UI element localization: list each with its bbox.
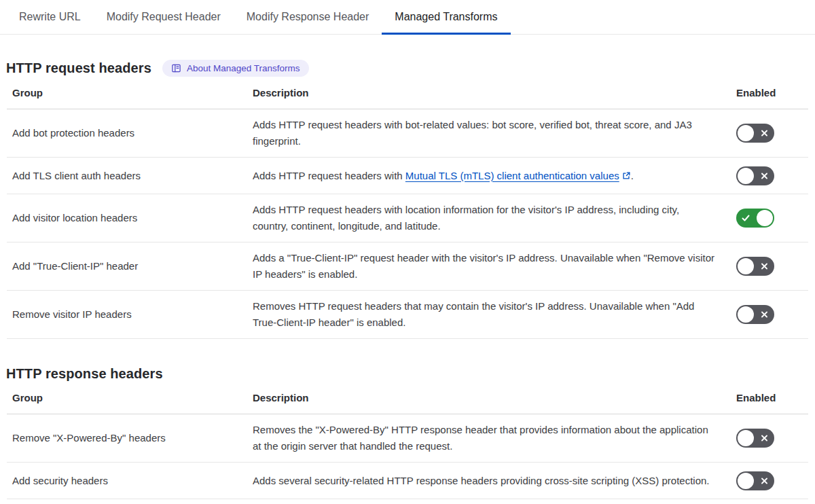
row-description: Removes HTTP request headers that may co… <box>246 291 736 338</box>
row-description: Removes the "X-Powered-By" HTTP response… <box>246 414 736 462</box>
request-headers-table: Group Description Enabled Add bot protec… <box>7 77 808 339</box>
table-row: Add bot protection headers Adds HTTP req… <box>7 109 808 158</box>
row-description: Adds a "True-Client-IP" request header w… <box>246 242 736 290</box>
table-header-row: Group Description Enabled <box>7 77 808 109</box>
table-row: Add security headers Adds several securi… <box>7 463 808 499</box>
tab-managed-transforms[interactable]: Managed Transforms <box>382 0 510 34</box>
tab-modify-response-header[interactable]: Modify Response Header <box>234 0 382 34</box>
toggle-knob <box>738 306 754 323</box>
toggle-add-tls-client-auth-headers[interactable] <box>736 166 774 185</box>
check-icon <box>741 213 750 223</box>
column-header-description: Description <box>246 382 736 414</box>
row-description: Adds several security-related HTTP respo… <box>246 465 736 497</box>
row-description: Adds HTTP request headers with Mutual TL… <box>246 160 736 192</box>
description-suffix: . <box>631 170 634 181</box>
column-header-group: Group <box>7 77 246 109</box>
response-headers-table: Group Description Enabled Remove "X-Powe… <box>7 382 808 499</box>
x-icon <box>760 262 769 271</box>
column-header-enabled: Enabled <box>736 77 808 109</box>
mtls-docs-link[interactable]: Mutual TLS (mTLS) client authentication … <box>405 170 631 181</box>
row-group-label: Add visitor location headers <box>7 210 246 226</box>
toggle-remove-x-powered-by-headers[interactable] <box>736 429 774 448</box>
about-badge-label: About Managed Transforms <box>187 63 300 73</box>
table-row: Add visitor location headers Adds HTTP r… <box>7 194 808 242</box>
column-header-group: Group <box>7 382 246 414</box>
toggle-knob <box>738 125 754 141</box>
toggle-add-true-client-ip-header[interactable] <box>736 257 774 276</box>
column-header-enabled: Enabled <box>736 382 808 414</box>
request-headers-title: HTTP request headers <box>6 60 151 76</box>
response-headers-section-header: HTTP response headers <box>6 366 815 382</box>
x-icon <box>760 171 769 180</box>
transform-rules-tabs: Rewrite URL Modify Request Header Modify… <box>0 0 815 35</box>
toggle-knob <box>757 210 773 226</box>
row-group-label: Add security headers <box>7 473 246 489</box>
table-header-row: Group Description Enabled <box>7 382 808 414</box>
toggle-knob <box>738 258 754 274</box>
x-icon <box>760 310 769 319</box>
about-managed-transforms-button[interactable]: About Managed Transforms <box>162 60 309 77</box>
toggle-knob <box>738 168 754 184</box>
row-group-label: Remove visitor IP headers <box>7 306 246 323</box>
toggle-knob <box>738 430 754 446</box>
x-icon <box>760 476 769 485</box>
table-row: Add TLS client auth headers Adds HTTP re… <box>7 158 808 194</box>
toggle-knob <box>738 473 754 489</box>
book-icon <box>171 63 181 73</box>
toggle-remove-visitor-ip-headers[interactable] <box>736 305 774 324</box>
row-group-label: Add "True-Client-IP" header <box>7 258 246 274</box>
x-icon <box>760 434 769 443</box>
toggle-add-bot-protection-headers[interactable] <box>736 124 774 143</box>
tab-modify-request-header[interactable]: Modify Request Header <box>94 0 234 34</box>
row-description: Adds HTTP request headers with location … <box>246 194 736 242</box>
row-group-label: Remove "X-Powered-By" headers <box>7 430 246 446</box>
external-link-icon <box>621 171 631 181</box>
row-group-label: Add bot protection headers <box>7 125 246 141</box>
row-description: Adds HTTP request headers with bot-relat… <box>246 109 736 157</box>
toggle-add-security-headers[interactable] <box>736 471 774 490</box>
mtls-docs-link-label: Mutual TLS (mTLS) client authentication … <box>405 170 619 181</box>
description-prefix: Adds HTTP request headers with <box>253 170 405 181</box>
response-headers-title: HTTP response headers <box>6 366 163 382</box>
tab-rewrite-url[interactable]: Rewrite URL <box>6 0 94 34</box>
column-header-description: Description <box>246 77 736 109</box>
toggle-add-visitor-location-headers[interactable] <box>736 209 774 228</box>
request-headers-section-header: HTTP request headers About Managed Trans… <box>6 60 815 77</box>
row-group-label: Add TLS client auth headers <box>7 168 246 184</box>
table-row: Add "True-Client-IP" header Adds a "True… <box>7 242 808 291</box>
table-row: Remove visitor IP headers Removes HTTP r… <box>7 291 808 339</box>
x-icon <box>760 129 769 138</box>
table-row: Remove "X-Powered-By" headers Removes th… <box>7 414 808 463</box>
